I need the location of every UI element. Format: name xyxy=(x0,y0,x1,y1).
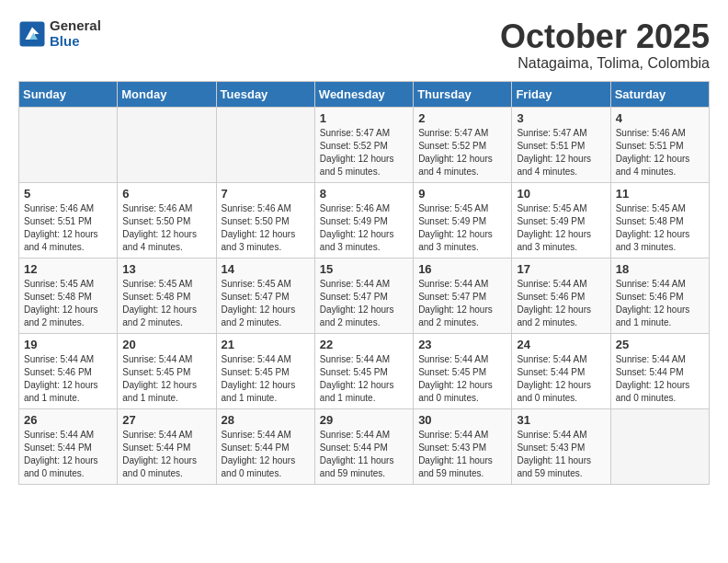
day-number: 6 xyxy=(122,187,210,201)
day-info: Sunrise: 5:45 AM Sunset: 5:48 PM Dayligh… xyxy=(24,278,112,329)
day-number: 21 xyxy=(222,338,310,351)
day-info: Sunrise: 5:46 AM Sunset: 5:51 PM Dayligh… xyxy=(24,202,112,254)
calendar-cell: 29Sunrise: 5:44 AM Sunset: 5:44 PM Dayli… xyxy=(314,408,413,484)
day-info: Sunrise: 5:44 AM Sunset: 5:43 PM Dayligh… xyxy=(418,429,506,480)
day-number: 7 xyxy=(222,187,310,201)
day-info: Sunrise: 5:46 AM Sunset: 5:51 PM Dayligh… xyxy=(616,127,704,178)
day-info: Sunrise: 5:44 AM Sunset: 5:44 PM Dayligh… xyxy=(616,353,704,405)
calendar-cell: 21Sunrise: 5:44 AM Sunset: 5:45 PM Dayli… xyxy=(216,333,314,408)
day-info: Sunrise: 5:45 AM Sunset: 5:49 PM Dayligh… xyxy=(517,202,605,254)
calendar-cell: 23Sunrise: 5:44 AM Sunset: 5:45 PM Dayli… xyxy=(414,333,512,408)
weekday-header-saturday: Saturday xyxy=(610,81,709,107)
calendar-week-row: 1Sunrise: 5:47 AM Sunset: 5:52 PM Daylig… xyxy=(19,107,710,182)
day-number: 4 xyxy=(616,111,704,125)
calendar-cell: 22Sunrise: 5:44 AM Sunset: 5:45 PM Dayli… xyxy=(314,333,413,408)
day-number: 12 xyxy=(24,262,112,276)
day-info: Sunrise: 5:44 AM Sunset: 5:44 PM Dayligh… xyxy=(122,429,210,480)
calendar-cell xyxy=(610,408,709,484)
day-info: Sunrise: 5:45 AM Sunset: 5:49 PM Dayligh… xyxy=(418,202,506,254)
logo-blue-label: Blue xyxy=(50,34,101,50)
calendar-cell: 11Sunrise: 5:45 AM Sunset: 5:48 PM Dayli… xyxy=(610,182,709,258)
calendar-week-row: 19Sunrise: 5:44 AM Sunset: 5:46 PM Dayli… xyxy=(19,333,710,408)
calendar-cell xyxy=(118,107,216,182)
calendar-cell: 3Sunrise: 5:47 AM Sunset: 5:51 PM Daylig… xyxy=(512,107,610,182)
calendar-cell: 15Sunrise: 5:44 AM Sunset: 5:47 PM Dayli… xyxy=(314,258,413,333)
calendar-cell: 24Sunrise: 5:44 AM Sunset: 5:44 PM Dayli… xyxy=(512,333,610,408)
weekday-header-friday: Friday xyxy=(512,81,610,107)
calendar-cell xyxy=(216,107,314,182)
day-info: Sunrise: 5:44 AM Sunset: 5:45 PM Dayligh… xyxy=(320,353,408,405)
day-number: 3 xyxy=(517,111,605,125)
day-info: Sunrise: 5:44 AM Sunset: 5:47 PM Dayligh… xyxy=(320,278,408,329)
calendar-cell: 25Sunrise: 5:44 AM Sunset: 5:44 PM Dayli… xyxy=(610,333,709,408)
day-number: 9 xyxy=(418,187,506,201)
day-number: 18 xyxy=(616,262,704,276)
calendar-cell xyxy=(19,107,118,182)
day-info: Sunrise: 5:44 AM Sunset: 5:46 PM Dayligh… xyxy=(517,278,605,329)
day-number: 25 xyxy=(616,338,704,351)
calendar-cell: 2Sunrise: 5:47 AM Sunset: 5:52 PM Daylig… xyxy=(414,107,512,182)
day-number: 2 xyxy=(418,111,506,125)
day-number: 29 xyxy=(320,413,408,427)
calendar-cell: 5Sunrise: 5:46 AM Sunset: 5:51 PM Daylig… xyxy=(19,182,118,258)
calendar-cell: 1Sunrise: 5:47 AM Sunset: 5:52 PM Daylig… xyxy=(314,107,413,182)
month-year-title: October 2025 xyxy=(500,18,710,55)
day-info: Sunrise: 5:44 AM Sunset: 5:47 PM Dayligh… xyxy=(418,278,506,329)
calendar-cell: 17Sunrise: 5:44 AM Sunset: 5:46 PM Dayli… xyxy=(512,258,610,333)
day-info: Sunrise: 5:47 AM Sunset: 5:51 PM Dayligh… xyxy=(517,127,605,178)
calendar-cell: 13Sunrise: 5:45 AM Sunset: 5:48 PM Dayli… xyxy=(118,258,216,333)
day-info: Sunrise: 5:44 AM Sunset: 5:45 PM Dayligh… xyxy=(222,353,310,405)
day-info: Sunrise: 5:44 AM Sunset: 5:43 PM Dayligh… xyxy=(517,429,605,480)
day-number: 23 xyxy=(418,338,506,351)
calendar-cell: 20Sunrise: 5:44 AM Sunset: 5:45 PM Dayli… xyxy=(118,333,216,408)
day-number: 1 xyxy=(320,111,408,125)
calendar-cell: 27Sunrise: 5:44 AM Sunset: 5:44 PM Dayli… xyxy=(118,408,216,484)
day-info: Sunrise: 5:44 AM Sunset: 5:44 PM Dayligh… xyxy=(517,353,605,405)
calendar-cell: 8Sunrise: 5:46 AM Sunset: 5:49 PM Daylig… xyxy=(314,182,413,258)
calendar-cell: 16Sunrise: 5:44 AM Sunset: 5:47 PM Dayli… xyxy=(414,258,512,333)
day-info: Sunrise: 5:46 AM Sunset: 5:49 PM Dayligh… xyxy=(320,202,408,254)
day-number: 14 xyxy=(222,262,310,276)
header: General Blue October 2025 Natagaima, Tol… xyxy=(18,18,710,72)
calendar-cell: 4Sunrise: 5:46 AM Sunset: 5:51 PM Daylig… xyxy=(610,107,709,182)
day-number: 13 xyxy=(122,262,210,276)
day-number: 31 xyxy=(517,413,605,427)
day-number: 24 xyxy=(517,338,605,351)
day-info: Sunrise: 5:47 AM Sunset: 5:52 PM Dayligh… xyxy=(320,127,408,178)
day-number: 26 xyxy=(24,413,112,427)
day-number: 15 xyxy=(320,262,408,276)
calendar-cell: 26Sunrise: 5:44 AM Sunset: 5:44 PM Dayli… xyxy=(19,408,118,484)
title-area: October 2025 Natagaima, Tolima, Colombia xyxy=(500,18,710,72)
day-number: 16 xyxy=(418,262,506,276)
day-info: Sunrise: 5:44 AM Sunset: 5:45 PM Dayligh… xyxy=(418,353,506,405)
day-info: Sunrise: 5:46 AM Sunset: 5:50 PM Dayligh… xyxy=(122,202,210,254)
day-number: 5 xyxy=(24,187,112,201)
logo-general-label: General xyxy=(50,18,101,34)
weekday-header-tuesday: Tuesday xyxy=(216,81,314,107)
calendar-cell: 12Sunrise: 5:45 AM Sunset: 5:48 PM Dayli… xyxy=(19,258,118,333)
logo-text: General Blue xyxy=(50,18,101,49)
calendar-cell: 30Sunrise: 5:44 AM Sunset: 5:43 PM Dayli… xyxy=(414,408,512,484)
calendar-cell: 18Sunrise: 5:44 AM Sunset: 5:46 PM Dayli… xyxy=(610,258,709,333)
logo: General Blue xyxy=(18,18,101,49)
day-number: 27 xyxy=(122,413,210,427)
day-number: 28 xyxy=(222,413,310,427)
day-info: Sunrise: 5:45 AM Sunset: 5:48 PM Dayligh… xyxy=(616,202,704,254)
day-info: Sunrise: 5:44 AM Sunset: 5:44 PM Dayligh… xyxy=(320,429,408,480)
calendar-week-row: 26Sunrise: 5:44 AM Sunset: 5:44 PM Dayli… xyxy=(19,408,710,484)
calendar-cell: 6Sunrise: 5:46 AM Sunset: 5:50 PM Daylig… xyxy=(118,182,216,258)
calendar-week-row: 5Sunrise: 5:46 AM Sunset: 5:51 PM Daylig… xyxy=(19,182,710,258)
day-info: Sunrise: 5:45 AM Sunset: 5:48 PM Dayligh… xyxy=(122,278,210,329)
weekday-header-row: SundayMondayTuesdayWednesdayThursdayFrid… xyxy=(19,81,710,107)
day-info: Sunrise: 5:44 AM Sunset: 5:45 PM Dayligh… xyxy=(122,353,210,405)
calendar-cell: 7Sunrise: 5:46 AM Sunset: 5:50 PM Daylig… xyxy=(216,182,314,258)
calendar-cell: 9Sunrise: 5:45 AM Sunset: 5:49 PM Daylig… xyxy=(414,182,512,258)
logo-icon xyxy=(18,20,46,48)
weekday-header-monday: Monday xyxy=(118,81,216,107)
location-subtitle: Natagaima, Tolima, Colombia xyxy=(500,55,710,72)
day-info: Sunrise: 5:45 AM Sunset: 5:47 PM Dayligh… xyxy=(222,278,310,329)
day-number: 10 xyxy=(517,187,605,201)
day-number: 22 xyxy=(320,338,408,351)
day-number: 19 xyxy=(24,338,112,351)
day-info: Sunrise: 5:46 AM Sunset: 5:50 PM Dayligh… xyxy=(222,202,310,254)
